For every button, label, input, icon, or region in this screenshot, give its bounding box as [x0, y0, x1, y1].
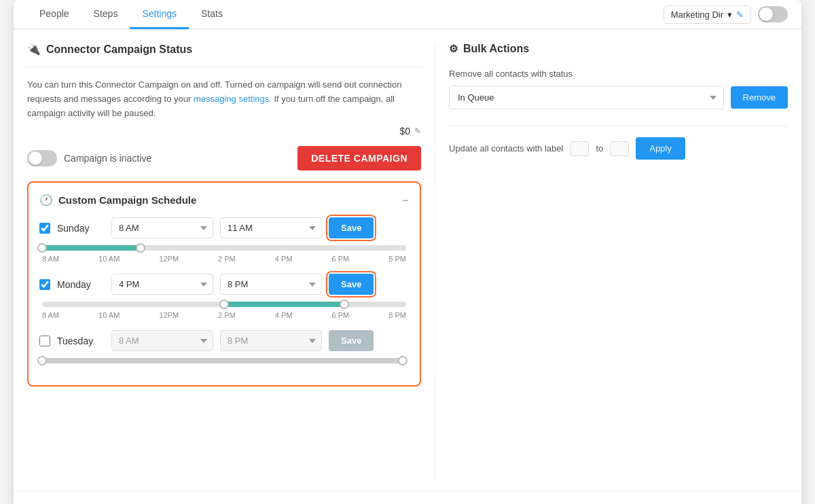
monday-end-time[interactable]: 8 PM 9 PM 10 PM	[220, 274, 322, 295]
schedule-card: 🕐 Custom Campaign Schedule − Sunday 8 AM…	[27, 181, 421, 386]
sunday-thumb-left[interactable]	[37, 243, 47, 253]
monday-start-time[interactable]: 4 PM 5 PM 6 PM	[111, 274, 213, 295]
monday-slider[interactable]: 8 AM 10 AM 12PM 2 PM 4 PM 6 PM 8 PM	[39, 302, 409, 319]
remove-button[interactable]: Remove	[731, 86, 788, 109]
footer: Tango Created with Tango.us	[14, 491, 801, 504]
label-row: Update all contacts with label to Apply	[449, 137, 788, 160]
sunday-label: Sunday	[57, 223, 105, 234]
budget-line: $0 ✎	[27, 126, 421, 137]
monday-save-button[interactable]: Save	[329, 274, 374, 295]
app-window: People Steps Settings Stats Marketing Di…	[14, 0, 801, 504]
marketing-dir-dropdown[interactable]: Marketing Dir ▾ ✎	[664, 5, 751, 24]
tuesday-controls: Tuesday 8 AM 8 PM Save	[39, 330, 409, 351]
monday-label: Monday	[57, 279, 105, 290]
status-toggle-area: Campaign is inactive	[27, 150, 151, 166]
sunday-row: Sunday 8 AM 9 AM 10 AM 11 AM 12 PM 1 PM …	[39, 217, 409, 263]
status-row: In Queue Active Completed Paused Remove	[449, 86, 788, 109]
schedule-header: 🕐 Custom Campaign Schedule −	[39, 194, 409, 206]
sunday-end-time[interactable]: 11 AM 12 PM 1 PM	[220, 217, 322, 238]
budget-value: $0	[399, 126, 410, 137]
collapse-icon[interactable]: −	[401, 194, 409, 206]
campaign-status-label: Campaign is inactive	[64, 153, 151, 164]
campaign-toggle[interactable]	[27, 150, 57, 166]
messaging-settings-link[interactable]: messaging settings	[194, 94, 269, 104]
sunday-time-axis: 8 AM 10 AM 12PM 2 PM 4 PM 6 PM 8 PM	[42, 255, 406, 263]
sunday-thumb-right[interactable]	[136, 243, 145, 253]
tab-right-area: Marketing Dir ▾ ✎	[664, 5, 788, 24]
to-label: to	[596, 143, 603, 154]
bulk-actions-title: ⚙ Bulk Actions	[449, 43, 788, 55]
tuesday-save-button[interactable]: Save	[329, 330, 374, 351]
chevron-down-icon: ▾	[727, 10, 732, 20]
sunday-controls: Sunday 8 AM 9 AM 10 AM 11 AM 12 PM 1 PM …	[39, 217, 409, 238]
tab-bar: People Steps Settings Stats Marketing Di…	[14, 0, 801, 29]
bulk-divider	[449, 126, 788, 126]
sunday-slider[interactable]: 8 AM 10 AM 12PM 2 PM 4 PM 6 PM 8 PM	[39, 245, 409, 263]
right-panel: ⚙ Bulk Actions Remove all contacts with …	[435, 43, 788, 478]
tango-logo: Tango	[27, 500, 64, 504]
tuesday-end-time[interactable]: 8 PM	[220, 330, 322, 351]
update-label-text: Update all contacts with label	[449, 143, 563, 154]
monday-controls: Monday 4 PM 5 PM 6 PM 8 PM 9 PM 10 PM Sa…	[39, 274, 409, 295]
apply-button[interactable]: Apply	[636, 137, 685, 160]
tuesday-slider-fill	[42, 358, 406, 363]
left-panel: 🔌 Connector Campaign Status You can turn…	[27, 43, 421, 478]
dropdown-value: Marketing Dir	[671, 10, 723, 20]
tuesday-checkbox[interactable]	[39, 336, 50, 346]
tuesday-label: Tuesday	[57, 336, 105, 346]
sunday-start-time[interactable]: 8 AM 9 AM 10 AM	[111, 217, 213, 238]
sunday-checkbox[interactable]	[39, 223, 50, 234]
status-select[interactable]: In Queue Active Completed Paused	[449, 86, 724, 109]
schedule-title: 🕐 Custom Campaign Schedule	[39, 194, 196, 206]
monday-thumb-left[interactable]	[219, 300, 229, 309]
tab-settings[interactable]: Settings	[130, 0, 189, 29]
connector-status-title: 🔌 Connector Campaign Status	[27, 43, 421, 56]
main-content: 🔌 Connector Campaign Status You can turn…	[14, 29, 801, 491]
campaign-status-row: Campaign is inactive DELETE CAMPAIGN	[27, 146, 421, 170]
section-divider	[27, 67, 421, 67]
tuesday-thumb-right[interactable]	[398, 356, 408, 365]
remove-label: Remove all contacts with status	[449, 69, 788, 79]
bulk-icon: ⚙	[449, 43, 458, 55]
tuesday-slider[interactable]	[39, 358, 409, 363]
tuesday-start-time[interactable]: 8 AM	[111, 330, 213, 351]
remove-contacts-section: Remove all contacts with status In Queue…	[449, 69, 788, 109]
clock-icon: 🕐	[39, 194, 53, 206]
label-from-box[interactable]	[570, 141, 589, 156]
update-label-section: Update all contacts with label to Apply	[449, 137, 788, 160]
plug-icon: 🔌	[27, 43, 41, 56]
tuesday-slider-track	[42, 358, 406, 363]
sunday-slider-track	[42, 245, 406, 251]
description-text: You can turn this Connector Campaign on …	[27, 78, 421, 120]
delete-campaign-button[interactable]: DELETE CAMPAIGN	[297, 146, 421, 170]
tuesday-thumb-left[interactable]	[37, 356, 47, 365]
global-toggle[interactable]	[758, 6, 788, 22]
monday-checkbox[interactable]	[39, 279, 50, 290]
monday-slider-fill	[224, 302, 344, 307]
tuesday-row: Tuesday 8 AM 8 PM Save	[39, 330, 409, 363]
monday-row: Monday 4 PM 5 PM 6 PM 8 PM 9 PM 10 PM Sa…	[39, 274, 409, 319]
sunday-slider-fill	[42, 245, 141, 251]
monday-slider-track	[42, 302, 406, 307]
monday-time-axis: 8 AM 10 AM 12PM 2 PM 4 PM 6 PM 8 PM	[42, 311, 406, 319]
label-to-box[interactable]	[610, 141, 629, 156]
tab-stats[interactable]: Stats	[189, 0, 235, 29]
sunday-save-button[interactable]: Save	[329, 217, 374, 238]
edit-budget-icon[interactable]: ✎	[414, 126, 421, 136]
tab-people[interactable]: People	[27, 0, 82, 29]
tab-steps[interactable]: Steps	[82, 0, 130, 29]
monday-thumb-right[interactable]	[340, 300, 349, 309]
edit-icon[interactable]: ✎	[736, 10, 744, 20]
